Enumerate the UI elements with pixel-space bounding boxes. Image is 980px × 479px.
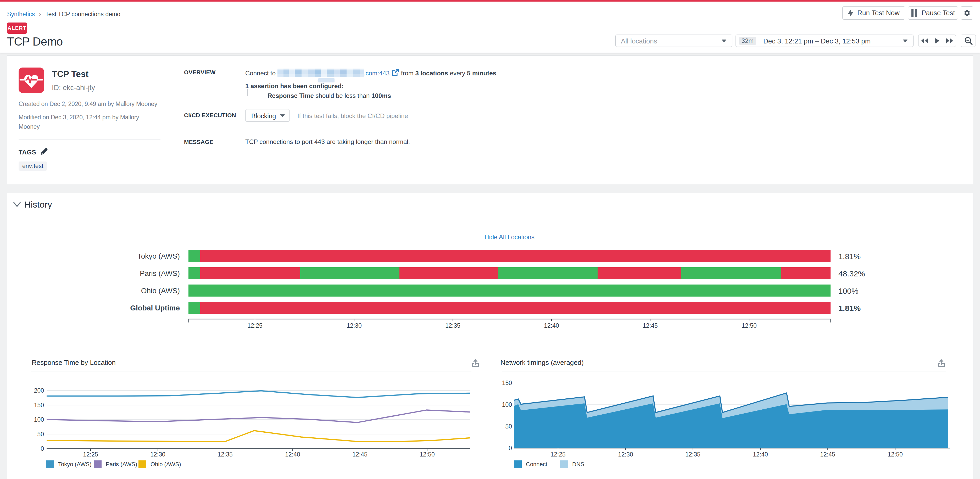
svg-text:12:45: 12:45 <box>820 451 835 458</box>
svg-text:100: 100 <box>502 401 512 408</box>
svg-text:12:40: 12:40 <box>544 322 559 329</box>
svg-text:12:25: 12:25 <box>247 322 262 329</box>
svg-text:12:30: 12:30 <box>150 451 165 458</box>
svg-text:12:35: 12:35 <box>218 451 233 458</box>
svg-text:12:50: 12:50 <box>420 451 435 458</box>
svg-text:12:25: 12:25 <box>550 451 566 458</box>
svg-text:12:40: 12:40 <box>753 451 768 458</box>
svg-text:12:35: 12:35 <box>445 322 460 329</box>
svg-text:12:30: 12:30 <box>618 451 633 458</box>
svg-text:12:50: 12:50 <box>741 322 757 329</box>
svg-text:12:35: 12:35 <box>685 451 700 458</box>
svg-text:12:45: 12:45 <box>352 451 368 458</box>
svg-text:50: 50 <box>37 431 44 438</box>
svg-text:50: 50 <box>505 423 512 430</box>
svg-text:12:50: 12:50 <box>888 451 903 458</box>
svg-text:0: 0 <box>509 445 512 452</box>
svg-text:12:25: 12:25 <box>83 451 98 458</box>
svg-text:0: 0 <box>41 445 44 452</box>
svg-text:100: 100 <box>34 416 44 423</box>
svg-text:150: 150 <box>502 380 512 386</box>
svg-text:12:30: 12:30 <box>347 322 362 329</box>
svg-text:200: 200 <box>34 387 44 394</box>
svg-text:12:45: 12:45 <box>643 322 658 329</box>
svg-text:12:40: 12:40 <box>285 451 300 458</box>
svg-text:150: 150 <box>34 402 44 409</box>
